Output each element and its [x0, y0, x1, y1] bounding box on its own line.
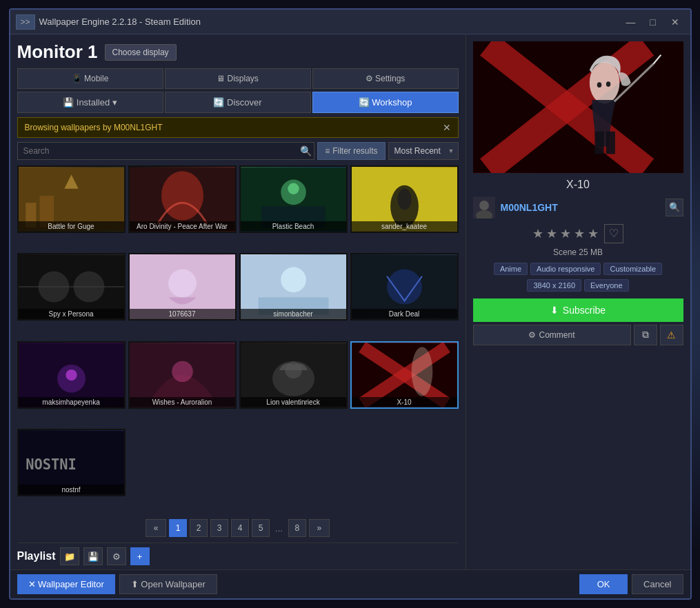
search-bar: 🔍 ≡ Filter results Most Recent: [17, 142, 459, 160]
grid-item-x10[interactable]: X-10: [350, 341, 459, 409]
resolution-row: 3840 x 2160 Everyone: [473, 279, 683, 292]
grid-label: Lion valentinrieck: [241, 397, 346, 407]
playlist-settings-btn[interactable]: ⚙: [107, 547, 126, 565]
svg-point-18: [168, 270, 197, 298]
page-next[interactable]: »: [309, 519, 330, 537]
playlist-add-btn[interactable]: +: [130, 547, 150, 565]
plus-icon: +: [137, 551, 143, 562]
svg-point-20: [281, 267, 306, 293]
grid-item-nostnf[interactable]: NOSTNI nostnf: [17, 429, 126, 496]
comment-button[interactable]: ⚙ Comment: [473, 325, 631, 345]
open-wallpaper-button[interactable]: ⬆ Open Wallpaper: [119, 574, 217, 594]
cancel-button[interactable]: Cancel: [632, 574, 683, 594]
window-title: Wallpaper Engine 2.2.18 - Steam Edition: [39, 17, 201, 27]
page-8[interactable]: 8: [288, 519, 306, 537]
grid-item-sander[interactable]: sander_kaatee: [350, 165, 459, 233]
svg-point-9: [288, 183, 299, 194]
page-ellipsis: ...: [272, 523, 286, 534]
grid-label: nostnf: [19, 485, 124, 495]
ok-button[interactable]: OK: [579, 574, 628, 594]
left-panel: Monitor 1 Choose display 📱 Mobile 🖥 Disp…: [10, 34, 466, 569]
browse-close-button[interactable]: ✕: [443, 122, 451, 133]
grid-item-maksim[interactable]: maksimhapeyenka: [17, 341, 126, 409]
grid-item-spy[interactable]: Spy x Persona: [17, 253, 126, 321]
star-5[interactable]: ★: [588, 226, 599, 241]
search-input[interactable]: [17, 142, 315, 160]
wallpaper-grid: Battle for Guge Aro Divinity - Peace Aft…: [17, 165, 459, 514]
warning-icon: ⚠: [667, 330, 676, 341]
grid-label: X-10: [352, 397, 457, 407]
page-prev[interactable]: «: [146, 519, 166, 537]
warn-button[interactable]: ⚠: [660, 325, 683, 345]
playlist-folder-btn[interactable]: 📁: [60, 547, 79, 565]
svg-point-49: [479, 201, 489, 210]
grid-item-dark[interactable]: Dark Deal: [350, 253, 459, 321]
page-2[interactable]: 2: [190, 519, 208, 537]
tab-mobile[interactable]: 📱 Mobile: [17, 68, 163, 89]
nav-tabs: 💾 Installed ▾ 🔄 Discover 🔄 Workshop: [17, 92, 459, 113]
tab-workshop[interactable]: 🔄 Workshop: [312, 92, 459, 113]
tag-anime: Anime: [494, 263, 528, 275]
grid-label: Plastic Beach: [241, 221, 346, 232]
filter-button[interactable]: ≡ Filter results: [317, 142, 385, 160]
page-1[interactable]: 1: [169, 519, 187, 537]
close-button[interactable]: ✕: [666, 14, 685, 30]
grid-item-wishes[interactable]: Wishes - Auroralion: [128, 341, 237, 409]
svg-point-41: [589, 61, 619, 103]
svg-point-5: [161, 171, 203, 220]
tags-row: Anime Audio responsive Customizable: [473, 263, 683, 275]
search-icon: 🔍: [669, 202, 680, 212]
sort-select[interactable]: Most Recent: [388, 142, 459, 160]
tab-settings[interactable]: ⚙ Settings: [312, 68, 459, 89]
monitor-title: Monitor 1: [17, 41, 98, 63]
steam-icon: ⚙: [528, 330, 536, 340]
page-4[interactable]: 4: [231, 519, 249, 537]
page-5[interactable]: 5: [252, 519, 270, 537]
search-input-wrap: 🔍: [17, 142, 315, 160]
playlist-save-btn[interactable]: 💾: [83, 547, 103, 565]
heart-button[interactable]: ♡: [604, 224, 623, 243]
preview-title: X-10: [473, 179, 683, 191]
grid-item-battle[interactable]: Battle for Guge: [17, 165, 126, 233]
svg-text:NOSTNI: NOSTNI: [26, 456, 77, 473]
tab-discover[interactable]: 🔄 Discover: [165, 92, 311, 113]
grid-item-aro[interactable]: Aro Divinity - Peace After War: [128, 165, 237, 233]
minimize-button[interactable]: —: [621, 14, 641, 30]
bottom-left: ✕ Wallpaper Editor ⬆ Open Wallpaper: [17, 574, 217, 594]
search-icon-button[interactable]: 🔍: [300, 145, 312, 156]
grid-item-simon[interactable]: simonbacher: [239, 253, 348, 321]
grid-item-lion[interactable]: Lion valentinrieck: [239, 341, 348, 409]
svg-point-26: [66, 369, 77, 380]
expand-button[interactable]: >>: [16, 14, 35, 30]
folder-icon: 📁: [64, 551, 75, 562]
star-3[interactable]: ★: [560, 226, 571, 241]
subscribe-button[interactable]: ⬇ Subscribe: [473, 298, 683, 322]
download-icon: ⬇: [550, 305, 559, 316]
copy-icon: ⧉: [642, 329, 649, 341]
grid-label: simonbacher: [241, 309, 346, 319]
grid-item-1076[interactable]: 1076637: [128, 253, 237, 321]
pagination: « 1 2 3 4 5 ... 8 »: [17, 514, 459, 543]
copy-button[interactable]: ⧉: [634, 325, 657, 345]
grid-label: Spy x Persona: [19, 309, 124, 319]
choose-display-button[interactable]: Choose display: [105, 44, 177, 61]
tab-displays[interactable]: 🖥 Displays: [165, 68, 311, 89]
display-icon: 🖥: [217, 74, 227, 83]
browse-banner: Browsing wallpapers by M00NL1GHT ✕: [17, 117, 459, 138]
maximize-button[interactable]: □: [643, 14, 663, 30]
grid-label: Dark Deal: [352, 309, 457, 319]
author-name: M00NL1GHT: [501, 202, 660, 213]
author-row: M00NL1GHT 🔍: [473, 196, 683, 219]
author-search-button[interactable]: 🔍: [666, 199, 683, 216]
grid-label: Wishes - Auroralion: [130, 397, 235, 407]
star-1[interactable]: ★: [532, 226, 543, 241]
page-3[interactable]: 3: [210, 519, 228, 537]
star-4[interactable]: ★: [574, 226, 585, 241]
star-2[interactable]: ★: [546, 226, 557, 241]
scene-info: Scene 25 MB: [473, 247, 683, 257]
grid-item-plastic[interactable]: Plastic Beach: [239, 165, 348, 233]
svg-rect-45: [606, 132, 614, 154]
tab-installed[interactable]: 💾 Installed ▾: [17, 92, 163, 113]
bottom-right: OK Cancel: [579, 574, 683, 594]
wallpaper-editor-button[interactable]: ✕ Wallpaper Editor: [17, 574, 115, 594]
